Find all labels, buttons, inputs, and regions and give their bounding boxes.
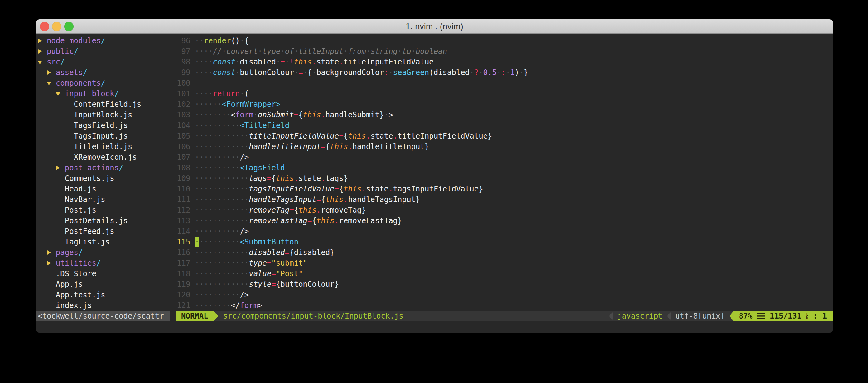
- code-line-115[interactable]: 115··········<SubmitButton: [177, 237, 833, 247]
- tree-item-NavBar.js[interactable]: NavBar.js: [38, 194, 176, 205]
- tree-item-PostDetails.js[interactable]: PostDetails.js: [38, 215, 176, 226]
- code-line-118[interactable]: 118············value="Post": [177, 269, 833, 279]
- code-line-108[interactable]: 108··········<TagsField: [177, 163, 833, 173]
- code-token: <TagsField: [240, 164, 285, 172]
- directory-slash: /: [101, 36, 105, 45]
- code-token: =: [271, 280, 276, 289]
- code-token: =: [321, 142, 325, 151]
- tree-item-public[interactable]: public/: [38, 46, 176, 57]
- tree-item-components[interactable]: components/: [38, 78, 176, 89]
- code-token: this: [326, 195, 344, 204]
- code-line-104[interactable]: 104··········<TitleField: [177, 120, 833, 131]
- line-number: 118: [177, 269, 190, 279]
- chevron-right-icon[interactable]: [38, 46, 42, 57]
- code-token: removeLastTag: [249, 216, 307, 225]
- code-line-113[interactable]: 113············removeLastTag={this.remov…: [177, 215, 833, 226]
- code-token: =: [335, 185, 339, 194]
- code-line-99[interactable]: 99····const·buttonColour·=·{·backgroundC…: [177, 67, 833, 78]
- code-line-117[interactable]: 117············type="submit": [177, 258, 833, 269]
- tree-item-TagList.js[interactable]: TagList.js: [38, 237, 176, 247]
- code-line-114[interactable]: 114··········/>: [177, 226, 833, 237]
- code-token: ············: [195, 132, 249, 140]
- line-number: 108: [177, 163, 190, 173]
- line-number: 103: [177, 110, 190, 120]
- code-editor[interactable]: 96··render()·{97····//·convert·type·of·t…: [176, 34, 833, 311]
- code-line-116[interactable]: 116············disabled={disabled}: [177, 247, 833, 258]
- code-token: handleTitleInput: [249, 142, 321, 151]
- directory-name: pages: [56, 248, 78, 257]
- code-line-119[interactable]: 119············style={buttonColour}: [177, 279, 833, 289]
- code-line-101[interactable]: 101····return·(: [177, 89, 833, 99]
- tree-item-Comments.js[interactable]: Comments.js: [38, 173, 176, 184]
- tree-item-XRemoveIcon.js[interactable]: XRemoveIcon.js: [38, 152, 176, 163]
- chevron-right-icon[interactable]: [56, 163, 60, 173]
- tree-item-post-actions[interactable]: post-actions/: [38, 163, 176, 173]
- tree-item-Head.js[interactable]: Head.js: [38, 184, 176, 194]
- chevron-down-icon[interactable]: [47, 78, 51, 89]
- command-line[interactable]: [36, 321, 833, 333]
- code-token: seaGreen: [393, 68, 429, 77]
- code-line-111[interactable]: 111············handleTagsInput={this.han…: [177, 194, 833, 205]
- code-line-98[interactable]: 98····const·disabled·=·!this.state.title…: [177, 57, 833, 67]
- tree-item-src[interactable]: src/: [38, 57, 176, 67]
- tree-item-InputBlock.js[interactable]: InputBlock.js: [38, 110, 176, 120]
- tree-item-pages[interactable]: pages/: [38, 247, 176, 258]
- code-line-103[interactable]: 103········<form·onSubmit={this.handleSu…: [177, 110, 833, 120]
- chevron-down-icon[interactable]: [56, 89, 60, 99]
- code-line-105[interactable]: 105············titleInputFieldValue={thi…: [177, 131, 833, 141]
- code-token: value: [249, 269, 271, 278]
- code-line-100[interactable]: 100: [177, 78, 833, 89]
- code-token: {: [339, 185, 343, 194]
- file-name: InputBlock.js: [74, 110, 132, 119]
- zoom-button[interactable]: [64, 22, 73, 31]
- line-number: 97: [177, 46, 190, 57]
- code-token: this: [294, 58, 312, 66]
- line-number: 110: [177, 184, 190, 194]
- code-token: ··········: [195, 121, 240, 130]
- tree-item-Post.js[interactable]: Post.js: [38, 205, 176, 215]
- code-line-107[interactable]: 107··········/>: [177, 152, 833, 163]
- code-line-120[interactable]: 120··········/>: [177, 289, 833, 300]
- tree-item-utilities[interactable]: utilities/: [38, 258, 176, 269]
- code-token: titleInputFieldValue: [344, 58, 434, 66]
- tree-item-TagsField.js[interactable]: TagsField.js: [38, 120, 176, 131]
- tree-item-node_modules[interactable]: node_modules/: [38, 35, 176, 46]
- powerline-arrow-right-icon: [213, 311, 218, 321]
- code-token: {: [344, 132, 348, 140]
- tree-item-assets[interactable]: assets/: [38, 67, 176, 78]
- scroll-percent: 87%: [739, 312, 752, 320]
- tree-item-TitleField.js[interactable]: TitleField.js: [38, 141, 176, 152]
- code-line-110[interactable]: 110············tagsInputFieldValue={this…: [177, 184, 833, 194]
- tree-item-App.js[interactable]: App.js: [38, 279, 176, 289]
- directory-name: components: [56, 79, 101, 88]
- code-line-109[interactable]: 109············tags={this.state.tags}: [177, 173, 833, 184]
- chevron-right-icon[interactable]: [38, 35, 42, 46]
- file-name: Head.js: [65, 185, 96, 194]
- close-button[interactable]: [40, 22, 49, 31]
- chevron-right-icon[interactable]: [47, 258, 51, 269]
- code-line-106[interactable]: 106············handleTitleInput={this.ha…: [177, 141, 833, 152]
- chevron-right-icon[interactable]: [47, 67, 51, 78]
- minimize-button[interactable]: [52, 22, 61, 31]
- tree-item-PostFeed.js[interactable]: PostFeed.js: [38, 226, 176, 237]
- tree-item-ContentField.js[interactable]: ContentField.js: [38, 99, 176, 110]
- position-segment: 87% 115/131 LN : 1: [734, 311, 833, 321]
- tree-item-index.js[interactable]: index.js: [38, 300, 176, 311]
- tree-item-.DS_Store[interactable]: .DS_Store: [38, 269, 176, 279]
- code-line-102[interactable]: 102······<FormWrapper>: [177, 99, 833, 110]
- directory-name: post-actions: [65, 164, 119, 172]
- code-line-112[interactable]: 112············removeTag={this.removeTag…: [177, 205, 833, 215]
- code-token: ()·{: [231, 36, 249, 45]
- code-token: ·{·backgroundColor: [303, 68, 384, 77]
- code-line-121[interactable]: 121········</form>: [177, 300, 833, 311]
- tree-item-App.test.js[interactable]: App.test.js: [38, 289, 176, 300]
- chevron-down-icon[interactable]: [38, 57, 42, 67]
- tree-item-input-block[interactable]: input-block/: [38, 89, 176, 99]
- chevron-right-icon[interactable]: [47, 247, 51, 258]
- code-token: :: [501, 68, 505, 77]
- tree-item-TagsInput.js[interactable]: TagsInput.js: [38, 131, 176, 141]
- code-line-97[interactable]: 97····//·convert·type·of·titleInput·from…: [177, 46, 833, 57]
- code-token: <FormWrapper>: [222, 100, 281, 109]
- code-line-96[interactable]: 96··render()·{: [177, 35, 833, 46]
- file-tree-panel[interactable]: node_modules/ public/ src/ assets/ compo…: [36, 34, 176, 311]
